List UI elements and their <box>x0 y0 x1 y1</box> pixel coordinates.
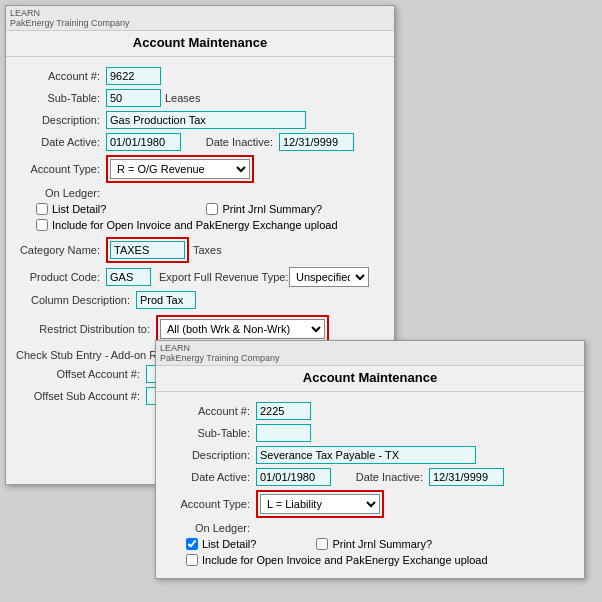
description-input[interactable] <box>106 111 306 129</box>
subtable-input[interactable] <box>106 89 161 107</box>
w2-print-jrnl-label: Print Jrnl Summary? <box>332 538 432 550</box>
subtable-label: Sub-Table: <box>16 92 106 104</box>
dates-row: Date Active: Date Inactive: <box>16 133 384 151</box>
list-detail-checkbox[interactable] <box>36 203 48 215</box>
account-input[interactable] <box>106 67 161 85</box>
date-inactive-label: Date Inactive: <box>189 136 279 148</box>
account-label: Account #: <box>16 70 106 82</box>
print-jrnl-checkbox[interactable] <box>206 203 218 215</box>
account-type-select[interactable]: R = O/G Revenue <box>110 159 250 179</box>
offset-acct-label: Offset Account #: <box>16 368 146 380</box>
w2-description-label: Description: <box>166 449 256 461</box>
category-name-row: Category Name: Taxes <box>16 237 384 263</box>
window2: LEARN PakEnergy Training Company Account… <box>155 340 585 579</box>
w2-print-jrnl-checkbox[interactable] <box>316 538 328 550</box>
category-name-input[interactable] <box>110 241 185 259</box>
w2-description-input[interactable] <box>256 446 476 464</box>
date-active-input[interactable] <box>106 133 181 151</box>
restrict-row: Restrict Distribution to: All (both Wrk … <box>16 315 384 343</box>
offset-sub-label: Offset Sub Account #: <box>16 390 146 402</box>
product-code-input[interactable] <box>106 268 151 286</box>
subtable-text: Leases <box>165 92 200 104</box>
window2-title: Account Maintenance <box>156 366 584 392</box>
w2-include-label: Include for Open Invoice and PakEnergy E… <box>202 554 488 566</box>
include-label: Include for Open Invoice and PakEnergy E… <box>52 219 338 231</box>
product-code-label: Product Code: <box>16 271 106 283</box>
w2-subtable-input[interactable] <box>256 424 311 442</box>
w2-subtable-label: Sub-Table: <box>166 427 256 439</box>
w2-dates-row: Date Active: Date Inactive: <box>166 468 574 486</box>
on-ledger-label: On Ledger: <box>16 187 106 199</box>
window1-company-name: PakEnergy Training Company <box>10 18 130 28</box>
description-row: Description: <box>16 111 384 129</box>
account-row: Account #: <box>16 67 384 85</box>
w2-list-detail-checkbox[interactable] <box>186 538 198 550</box>
product-code-row: Product Code: Export Full Revenue Type: … <box>16 267 384 287</box>
w2-account-type-row: Account Type: L = Liability <box>166 490 574 518</box>
category-name-highlight <box>106 237 189 263</box>
window1-header: LEARN PakEnergy Training Company <box>6 6 394 31</box>
account-type-highlight: R = O/G Revenue <box>106 155 254 183</box>
w2-date-inactive-label: Date Inactive: <box>339 471 429 483</box>
restrict-label: Restrict Distribution to: <box>16 323 156 335</box>
restrict-select[interactable]: All (both Wrk & Non-Wrk) <box>160 319 325 339</box>
w2-date-active-input[interactable] <box>256 468 331 486</box>
include-row: Include for Open Invoice and PakEnergy E… <box>36 219 384 231</box>
include-checkbox[interactable] <box>36 219 48 231</box>
w2-account-row: Account #: <box>166 402 574 420</box>
w2-on-ledger-row: On Ledger: <box>166 522 574 534</box>
list-detail-label: List Detail? <box>52 203 106 215</box>
w2-subtable-row: Sub-Table: <box>166 424 574 442</box>
account-type-label: Account Type: <box>16 163 106 175</box>
window2-header: LEARN PakEnergy Training Company <box>156 341 584 366</box>
account-type-row: Account Type: R = O/G Revenue <box>16 155 384 183</box>
column-desc-row: Column Description: <box>16 291 384 309</box>
window2-company-name: PakEnergy Training Company <box>160 353 280 363</box>
w2-list-detail-row: List Detail? Print Jrnl Summary? <box>186 538 574 550</box>
w2-include-checkbox[interactable] <box>186 554 198 566</box>
w2-account-type-label: Account Type: <box>166 498 256 510</box>
w2-list-detail-label: List Detail? <box>202 538 256 550</box>
column-desc-input[interactable] <box>136 291 196 309</box>
w2-account-type-highlight: L = Liability <box>256 490 384 518</box>
w2-account-type-select[interactable]: L = Liability <box>260 494 380 514</box>
w2-date-inactive-input[interactable] <box>429 468 504 486</box>
w2-account-label: Account #: <box>166 405 256 417</box>
export-full-label: Export Full Revenue Type: <box>159 271 289 283</box>
w2-date-active-label: Date Active: <box>166 471 256 483</box>
category-name-label: Category Name: <box>16 244 106 256</box>
column-desc-label: Column Description: <box>16 294 136 306</box>
export-full-select[interactable]: Unspecified <box>289 267 369 287</box>
print-jrnl-label: Print Jrnl Summary? <box>222 203 322 215</box>
w2-description-row: Description: <box>166 446 574 464</box>
on-ledger-row: On Ledger: <box>16 187 384 199</box>
w2-account-input[interactable] <box>256 402 311 420</box>
restrict-highlight: All (both Wrk & Non-Wrk) <box>156 315 329 343</box>
window1-title: Account Maintenance <box>6 31 394 57</box>
date-inactive-input[interactable] <box>279 133 354 151</box>
w2-include-row: Include for Open Invoice and PakEnergy E… <box>186 554 574 566</box>
window2-content: Account #: Sub-Table: Description: Date … <box>156 398 584 578</box>
subtable-row: Sub-Table: Leases <box>16 89 384 107</box>
window1-company-learn: LEARN <box>10 8 40 18</box>
category-name-text: Taxes <box>193 244 222 256</box>
w2-on-ledger-label: On Ledger: <box>166 522 256 534</box>
list-detail-row: List Detail? Print Jrnl Summary? <box>36 203 384 215</box>
window2-company-learn: LEARN <box>160 343 190 353</box>
description-label: Description: <box>16 114 106 126</box>
date-active-label: Date Active: <box>16 136 106 148</box>
